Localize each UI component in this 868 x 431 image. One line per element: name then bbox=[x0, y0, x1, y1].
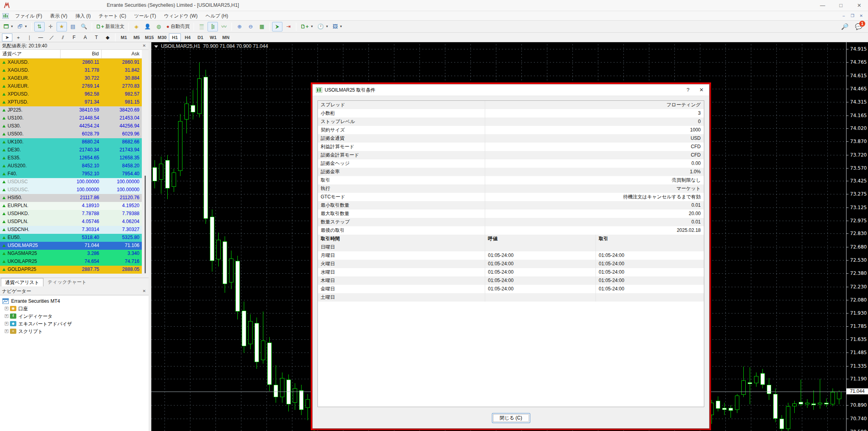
chart-symbol-dropdown-icon[interactable] bbox=[154, 45, 158, 48]
timeframe-MN[interactable]: MN bbox=[220, 33, 232, 41]
market-watch-scrollbar[interactable] bbox=[142, 50, 149, 315]
line-tool-3[interactable]: — bbox=[35, 33, 46, 41]
child-close-button[interactable]: ✕ bbox=[857, 13, 866, 19]
terminal-toggle-button[interactable]: ▤ bbox=[68, 22, 78, 31]
line-tool-5[interactable]: ⫽ bbox=[58, 33, 68, 41]
menu-item-2[interactable]: 挿入 (I) bbox=[71, 12, 95, 20]
dialog-titlebar[interactable]: USOILMAR25 取引条件 ? ✕ bbox=[313, 84, 709, 96]
strategy-tester-button[interactable]: 🔍 bbox=[79, 22, 89, 31]
notifications-icon[interactable]: 💬1 bbox=[855, 23, 862, 30]
market-watch-toggle-button[interactable]: ⇅ bbox=[34, 22, 45, 31]
market-watch-row-USDHKD[interactable]: USDHKD.7.787887.79388 bbox=[0, 210, 142, 218]
column-ask[interactable]: Ask bbox=[102, 50, 142, 58]
menu-item-6[interactable]: ヘルプ (H) bbox=[202, 12, 232, 20]
timeframe-H1[interactable]: H1 bbox=[169, 33, 181, 41]
market-watch-row-XPTUSD[interactable]: XPTUSD.971.34981.15 bbox=[0, 98, 142, 106]
market-button[interactable]: ◍ bbox=[153, 22, 164, 31]
periods-button[interactable]: 🕐▼ bbox=[316, 22, 330, 31]
navigator-item-1[interactable]: +fインディケータ bbox=[2, 312, 149, 320]
market-watch-row-UKOILAPR25[interactable]: UKOILAPR2574.65474.716 bbox=[0, 258, 142, 266]
market-watch-row-USDUSC[interactable]: USDUSC.100.00000100.00000 bbox=[0, 186, 142, 194]
auto-scroll-button[interactable]: ⮞ bbox=[272, 22, 282, 31]
market-watch-row-NGASMAR25[interactable]: NGASMAR253.2863.340 bbox=[0, 250, 142, 258]
market-watch-row-F40[interactable]: F40.7952.107954.40 bbox=[0, 170, 142, 178]
templates-button[interactable]: 🖼▼ bbox=[331, 22, 344, 31]
market-watch-close-icon[interactable]: ✕ bbox=[141, 43, 147, 49]
expand-icon[interactable]: + bbox=[5, 329, 8, 333]
market-watch-row-USDPLN[interactable]: USDPLN.4.057464.06204 bbox=[0, 218, 142, 226]
column-bid[interactable]: Bid bbox=[61, 50, 102, 58]
line-tool-0[interactable]: ➤ bbox=[2, 33, 12, 41]
dialog-close-button[interactable]: 閉じる (C) bbox=[492, 413, 530, 423]
navigator-item-0[interactable]: +◉口座 bbox=[2, 305, 149, 312]
child-minimize-button[interactable]: – bbox=[839, 13, 848, 19]
market-watch-row-EURPLN[interactable]: EURPLN.4.189104.19520 bbox=[0, 202, 142, 210]
market-watch-row-DE30[interactable]: DE30.21740.3421743.94 bbox=[0, 146, 142, 154]
navigator-root[interactable]: Errante Securities MT4 bbox=[2, 297, 149, 305]
market-watch-row-US100[interactable]: US100.21448.5421453.04 bbox=[0, 114, 142, 122]
market-watch-row-XPDUSD[interactable]: XPDUSD.962.58982.57 bbox=[0, 90, 142, 98]
line-tool-6[interactable]: F bbox=[69, 33, 79, 41]
window-maximize-button[interactable]: □ bbox=[832, 0, 850, 11]
window-close-button[interactable]: ✕ bbox=[850, 0, 868, 11]
menu-item-4[interactable]: ツール (T) bbox=[130, 12, 160, 20]
market-watch-row-XAUUSD[interactable]: XAUUSD.2860.112860.91 bbox=[0, 59, 142, 67]
column-symbol[interactable]: 通貨ペア bbox=[0, 50, 61, 58]
tile-windows-button[interactable]: ▦ bbox=[257, 22, 267, 31]
navigator-close-icon[interactable]: ✕ bbox=[141, 288, 147, 294]
price-axis[interactable]: 74.91574.76574.61574.46574.31574.16574.0… bbox=[846, 42, 868, 431]
indicators-button[interactable]: 🗋+▼ bbox=[299, 22, 315, 31]
line-chart-button[interactable]: 〰 bbox=[219, 22, 229, 31]
timeframe-M30[interactable]: M30 bbox=[156, 33, 168, 41]
timeframe-W1[interactable]: W1 bbox=[207, 33, 219, 41]
menu-item-1[interactable]: 表示 (V) bbox=[46, 12, 71, 20]
zoom-out-button[interactable]: ⊖ bbox=[245, 22, 256, 31]
menu-item-0[interactable]: ファイル (F) bbox=[11, 12, 46, 20]
dialog-help-button[interactable]: ? bbox=[681, 84, 695, 96]
market-watch-row-JP225[interactable]: JP225.38410.5938420.69 bbox=[0, 106, 142, 114]
child-restore-button[interactable]: ❐ bbox=[848, 13, 857, 19]
navigator-item-3[interactable]: +≡スクリプト bbox=[2, 327, 149, 335]
data-window-button[interactable]: ✛ bbox=[45, 22, 56, 31]
chart-shift-button[interactable]: ⇥ bbox=[283, 22, 294, 31]
signals-button[interactable]: 👤 bbox=[142, 22, 153, 31]
market-watch-row-ES35[interactable]: ES35.12654.6512658.35 bbox=[0, 154, 142, 162]
timeframe-M1[interactable]: M1 bbox=[118, 33, 130, 41]
candlestick-button[interactable]: ⫿⫾ bbox=[208, 22, 218, 31]
market-watch-row-GOLDAPR25[interactable]: GOLDAPR252887.752888.05 bbox=[0, 266, 142, 274]
expand-icon[interactable]: + bbox=[5, 322, 8, 325]
expand-icon[interactable]: + bbox=[5, 307, 8, 310]
line-tool-7[interactable]: A bbox=[80, 33, 90, 41]
navigator-item-2[interactable]: +◆エキスパートアドバイザ bbox=[2, 320, 149, 327]
bar-chart-button[interactable]: 𝄛 bbox=[196, 22, 207, 31]
timeframe-M5[interactable]: M5 bbox=[131, 33, 143, 41]
market-watch-row-XAGUSD[interactable]: XAGUSD.31.77831.842 bbox=[0, 67, 142, 74]
line-tool-2[interactable]: ｜ bbox=[24, 33, 35, 41]
market-watch-row-HSI50[interactable]: HSI50.21117.8621120.76 bbox=[0, 194, 142, 202]
panel-splitter[interactable] bbox=[149, 42, 151, 431]
expand-icon[interactable]: + bbox=[5, 314, 8, 318]
scrollbar-thumb[interactable] bbox=[145, 176, 146, 273]
market-watch-row-XAGEUR[interactable]: XAGEUR.30.72230.884 bbox=[0, 74, 142, 82]
market-watch-row-USDCNH[interactable]: USDCNH.7.303147.30327 bbox=[0, 226, 142, 234]
line-tool-1[interactable]: ＋ bbox=[13, 33, 24, 41]
market-watch-row-UK100[interactable]: UK100.8680.248682.66 bbox=[0, 138, 142, 146]
zoom-in-button[interactable]: ⊕ bbox=[234, 22, 245, 31]
market-watch-row-EU50[interactable]: EU50.5318.405325.80 bbox=[0, 234, 142, 242]
market-watch-row-AUS200[interactable]: AUS200.8452.108458.20 bbox=[0, 162, 142, 170]
market-watch-row-XAUEUR[interactable]: XAUEUR.2769.142770.83 bbox=[0, 82, 142, 90]
line-tool-4[interactable]: ／ bbox=[47, 33, 57, 41]
dialog-close-icon[interactable]: ✕ bbox=[695, 84, 708, 96]
market-watch-tab-1[interactable]: ティックチャート bbox=[43, 278, 90, 286]
window-minimize-button[interactable]: — bbox=[814, 0, 831, 11]
timeframe-M15[interactable]: M15 bbox=[143, 33, 155, 41]
timeframe-D1[interactable]: D1 bbox=[194, 33, 206, 41]
line-tool-8[interactable]: T bbox=[91, 33, 102, 41]
new-chart-button[interactable]: 🗔▼ bbox=[2, 22, 15, 31]
metaeditor-button[interactable]: ◈ bbox=[131, 22, 141, 31]
search-icon[interactable]: 🔎 bbox=[841, 24, 849, 29]
market-watch-row-USDUSC[interactable]: USDUSC100.00000100.00000 bbox=[0, 178, 142, 186]
profiles-button[interactable]: 🗗▼ bbox=[16, 22, 29, 31]
menu-item-3[interactable]: チャート (C) bbox=[95, 12, 130, 20]
new-order-button[interactable]: 🗋+ 新規注文 bbox=[94, 22, 126, 31]
